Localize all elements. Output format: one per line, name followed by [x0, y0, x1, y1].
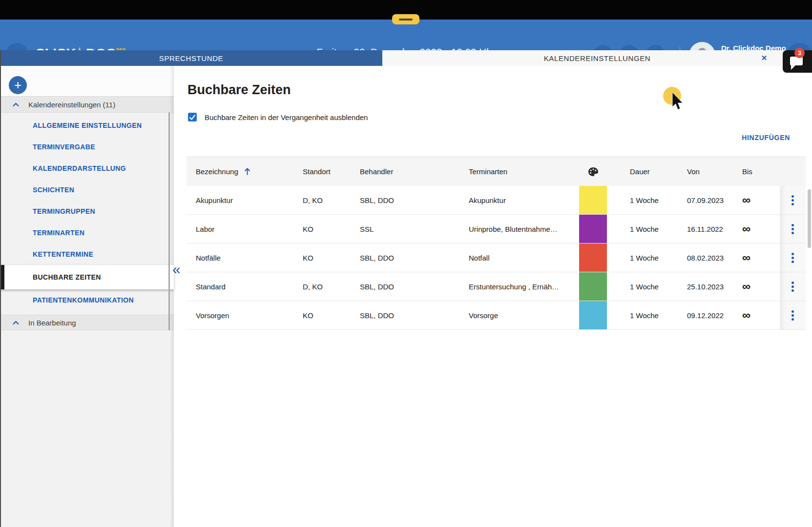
hide-past-checkbox[interactable] [188, 113, 197, 122]
header-bezeichnung[interactable]: Bezeichnung [187, 157, 303, 186]
color-swatch[interactable] [579, 272, 607, 301]
cell-bezeichnung: Vorsorgen [187, 301, 303, 329]
table-row[interactable]: Notfälle KO SBL, DDO Notfall 1 Woche 08.… [187, 243, 806, 272]
cell-bezeichnung: Labor [187, 215, 303, 243]
cell-terminarten: Notfall [469, 243, 579, 272]
infinity-icon: ∞ [742, 252, 750, 264]
cell-standort: KO [303, 301, 360, 329]
mouse-cursor [672, 92, 684, 111]
tab-kalendereinstellungen[interactable]: KALENDEREINSTELLUNGEN [382, 50, 812, 66]
cell-von: 08.02.2023 [685, 243, 738, 272]
cell-standort: D, KO [303, 186, 360, 214]
cell-behandler: SSL [360, 215, 469, 243]
cell-terminarten: Urinprobe, Blutentnahme… [469, 215, 579, 243]
cell-standort: D, KO [303, 272, 360, 301]
cell-terminarten: Erstuntersuchung , Ernäh… [469, 272, 579, 301]
header-terminarten: Terminarten [469, 157, 579, 186]
sidebar-item-kalenderdarstellung[interactable]: KALENDERDARSTELLUNG [0, 158, 174, 179]
cell-behandler: SBL, DDO [360, 186, 469, 214]
cell-bezeichnung: Standard [187, 272, 303, 301]
cell-behandler: SBL, DDO [360, 272, 469, 301]
cell-von: 07.09.2023 [685, 186, 738, 214]
cell-terminarten: Akupunktur [469, 186, 579, 214]
sidebar-item-termingruppen[interactable]: TERMINGRUPPEN [0, 201, 174, 222]
header-bis: Bis [738, 157, 780, 186]
cell-dauer: 1 Woche [607, 243, 685, 272]
notification-badge: 3 [794, 48, 805, 58]
table-row[interactable]: Akupunktur D, KO SBL, DDO Akupunktur 1 W… [187, 186, 806, 215]
sort-ascending-icon [244, 167, 251, 176]
infinity-icon: ∞ [742, 194, 750, 206]
add-button-sidebar[interactable]: + [9, 76, 27, 94]
color-swatch[interactable] [579, 243, 607, 272]
page-title: Buchbare Zeiten [187, 82, 291, 98]
cell-terminarten: Vorsorge [469, 301, 579, 329]
cell-dauer: 1 Woche [607, 301, 685, 329]
cell-bezeichnung: Akupunktur [187, 186, 303, 214]
table-row[interactable]: Labor KO SSL Urinprobe, Blutentnahme… 1 … [187, 215, 806, 243]
checkmark-icon [189, 114, 196, 120]
sidebar-item-patientenkommunikation[interactable]: PATIENTENKOMMUNIKATION [0, 289, 174, 311]
row-menu-kebab-icon[interactable] [789, 307, 797, 324]
cell-von: 09.12.2022 [685, 301, 738, 329]
group-label: Kalendereinstellungen (11) [28, 101, 115, 109]
cell-standort: KO [303, 243, 360, 272]
row-menu-kebab-icon[interactable] [789, 279, 797, 295]
chevron-up-icon [12, 102, 20, 107]
buchbare-zeiten-table: Bezeichnung Standort Behandler Terminart… [187, 157, 806, 330]
sidebar-item-kettentermine[interactable]: KETTENTERMINE [0, 243, 174, 265]
tab-kalendereinstellungen-label: KALENDEREINSTELLUNGEN [544, 54, 651, 62]
color-swatch[interactable] [579, 301, 607, 329]
color-swatch[interactable] [579, 215, 607, 243]
notifications-flag[interactable]: 3 [783, 50, 812, 73]
screen-share-handle[interactable] [392, 14, 419, 24]
sidebar-item-allgemeine-einstellungen[interactable]: ALLGEMEINE EINSTELLUNGEN [0, 115, 174, 136]
header-standort: Standort [303, 157, 360, 186]
hide-past-filter: Buchbare Zeiten in der Vergangenheit aus… [188, 113, 368, 122]
row-menu-kebab-icon[interactable] [789, 250, 797, 266]
cell-von: 25.10.2023 [685, 272, 738, 301]
collapse-sidebar-icon[interactable]: « [172, 261, 181, 278]
header-von: Von [685, 157, 738, 186]
cell-dauer: 1 Woche [607, 215, 685, 243]
main-content: Buchbare Zeiten Buchbare Zeiten in der V… [174, 66, 812, 527]
palette-icon [588, 167, 599, 177]
infinity-icon: ∞ [742, 281, 750, 292]
group-label: In Bearbeitung [28, 319, 76, 327]
chevron-up-icon [12, 321, 20, 325]
cell-bezeichnung: Notfälle [187, 243, 303, 272]
header-behandler: Behandler [360, 157, 469, 186]
tab-sprechstunde-label: SPRECHSTUNDE [159, 54, 223, 62]
group-kalendereinstellungen[interactable]: Kalendereinstellungen (11) [0, 96, 174, 113]
sidebar-item-buchbare-zeiten[interactable]: BUCHBARE ZEITEN [0, 265, 174, 289]
cell-behandler: SBL, DDO [360, 243, 469, 272]
tab-sprechstunde[interactable]: SPRECHSTUNDE [0, 50, 382, 66]
row-menu-kebab-icon[interactable] [789, 221, 797, 237]
table-row[interactable]: Standard D, KO SBL, DDO Erstuntersuchung… [187, 272, 806, 301]
cell-behandler: SBL, DDO [360, 301, 469, 329]
main-scrollbar[interactable] [808, 189, 811, 248]
table-header-row: Bezeichnung Standort Behandler Terminart… [187, 157, 806, 186]
cell-standort: KO [303, 215, 360, 243]
hinzufuegen-button[interactable]: HINZUFÜGEN [742, 134, 790, 142]
cell-dauer: 1 Woche [607, 272, 685, 301]
cell-von: 16.11.2022 [685, 215, 738, 243]
color-swatch[interactable] [579, 186, 607, 214]
sidebar-items: ALLGEMEINE EINSTELLUNGEN TERMINVERGABE K… [0, 115, 174, 311]
table-row[interactable]: Vorsorgen KO SBL, DDO Vorsorge 1 Woche 0… [187, 301, 806, 330]
hide-past-label: Buchbare Zeiten in der Vergangenheit aus… [205, 113, 368, 122]
sidebar-item-schichten[interactable]: SCHICHTEN [0, 179, 174, 201]
header-bezeichnung-label: Bezeichnung [196, 167, 238, 176]
row-menu-kebab-icon[interactable] [789, 192, 797, 208]
chat-bubble-icon [790, 57, 803, 65]
close-tab-icon[interactable]: ✕ [758, 52, 770, 64]
sidebar-item-terminvergabe[interactable]: TERMINVERGABE [0, 136, 174, 158]
sidebar-item-terminarten[interactable]: TERMINARTEN [0, 222, 174, 243]
header-dauer: Dauer [607, 157, 685, 186]
sidebar-scrollbar[interactable] [168, 112, 170, 330]
tab-bar: SPRECHSTUNDE KALENDEREINSTELLUNGEN ✕ [0, 50, 812, 66]
window-left-edge [0, 50, 1, 527]
group-in-bearbeitung[interactable]: In Bearbeitung [0, 315, 174, 330]
cell-dauer: 1 Woche [607, 186, 685, 214]
infinity-icon: ∞ [742, 223, 750, 235]
